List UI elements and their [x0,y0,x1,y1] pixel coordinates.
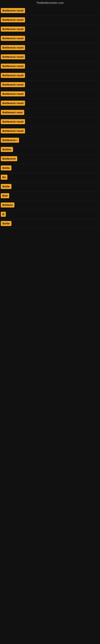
result-row: Bottleneck result [0,99,100,108]
bottleneck-badge[interactable]: Bottleneck result [1,64,25,69]
bottleneck-badge[interactable]: Bottleneck result [1,17,25,22]
result-row: Bottlene [0,201,100,210]
result-row: Bottle [0,182,100,192]
result-row: Bottleneck result [0,62,100,71]
result-row: Bo [0,173,100,182]
bottleneck-badge[interactable]: Bottleneck result [1,73,25,78]
bottleneck-badge[interactable]: Bottleneck result [1,119,25,124]
bottleneck-badge[interactable]: Bottlen [1,147,13,152]
bottleneck-badge[interactable]: Bottleneck [1,156,17,161]
bottleneck-badge[interactable]: Bottleneck result [1,82,25,87]
result-row: Bottlen [0,145,100,154]
bottleneck-badge[interactable]: Bottle [1,221,11,226]
bottleneck-badge[interactable]: Bottleneck result [1,26,25,32]
result-row: Bottle [0,219,100,228]
result-row: Bottleneck result [0,16,100,25]
result-row: Bottleneck result [0,71,100,80]
result-row: Bottleneck result [0,80,100,90]
results-list: Bottleneck resultBottleneck resultBottle… [0,6,100,228]
result-row: Bottle [0,164,100,173]
bottleneck-badge[interactable]: Bottlene [1,202,14,208]
result-row: Bottleneck result [0,6,100,16]
bottleneck-badge[interactable]: Bottleneck result [1,45,25,50]
result-row: Bottleneck result [0,90,100,99]
bottleneck-badge[interactable]: Bottleneck result [1,128,25,134]
result-row: Bottleneck result [0,44,100,53]
bottleneck-badge[interactable]: Bottleneck result [1,91,25,96]
bottleneck-badge[interactable]: Bottleneck resul [1,110,24,115]
bottleneck-badge[interactable]: Bottleneck result [1,100,25,106]
result-row: Bottleneck r [0,136,100,145]
result-row: Bottleneck result [0,127,100,136]
bottleneck-badge[interactable]: Bottleneck r [1,138,19,143]
result-row: Bottleneck resul [0,108,100,118]
result-row: Bottleneck result [0,25,100,34]
result-row: Bottleneck result [0,34,100,44]
result-row: Bottleneck result [0,118,100,127]
result-row: Bottleneck [0,154,100,164]
result-row: Bottleneck result [0,53,100,62]
site-title: TheBottlenecker.com [0,0,100,6]
bottleneck-badge[interactable]: Bottle [1,166,11,170]
bottleneck-badge[interactable]: Bo [1,175,7,180]
bottleneck-badge[interactable]: B [1,212,6,217]
result-row: Bott [0,192,100,201]
bottleneck-badge[interactable]: Bott [1,193,9,198]
bottleneck-badge[interactable]: Bottle [1,184,11,189]
bottleneck-badge[interactable]: Bottleneck result [1,54,25,59]
result-row: B [0,210,100,219]
bottleneck-badge[interactable]: Bottleneck result [1,36,25,41]
bottleneck-badge[interactable]: Bottleneck result [1,8,25,13]
